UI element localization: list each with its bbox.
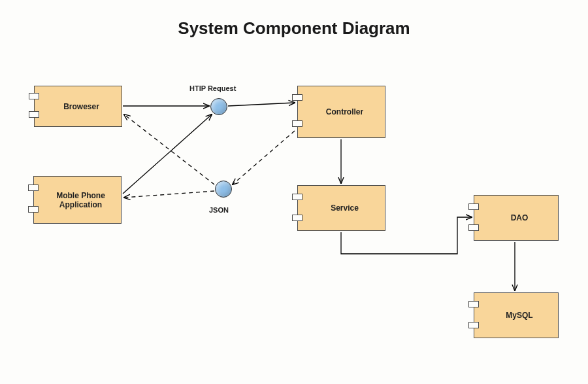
svg-line-5 [124, 191, 214, 198]
component-browser: Broweser [34, 86, 122, 127]
component-dao-label: DAO [511, 213, 529, 222]
component-mysql-label: MySQL [506, 311, 532, 320]
component-controller: Controller [297, 86, 385, 138]
component-service: Service [297, 185, 385, 231]
component-mysql: MySQL [474, 292, 559, 338]
svg-line-3 [233, 131, 295, 184]
svg-line-4 [124, 114, 214, 184]
component-mobile: Moble Phone Application [33, 176, 122, 224]
diagram-title: System Component Diagram [0, 0, 588, 39]
svg-line-1 [228, 103, 295, 106]
component-browser-label: Broweser [63, 102, 99, 111]
component-service-label: Service [331, 203, 359, 213]
connector-json-label: JSON [209, 206, 229, 214]
connector-json [215, 181, 232, 198]
connector-http-request [210, 98, 227, 115]
connector-http-request-label: HTIP Request [189, 84, 236, 92]
component-dao: DAO [474, 195, 559, 241]
component-controller-label: Controller [326, 107, 363, 116]
svg-line-2 [123, 114, 212, 194]
component-mobile-label: Moble Phone Application [56, 191, 105, 209]
